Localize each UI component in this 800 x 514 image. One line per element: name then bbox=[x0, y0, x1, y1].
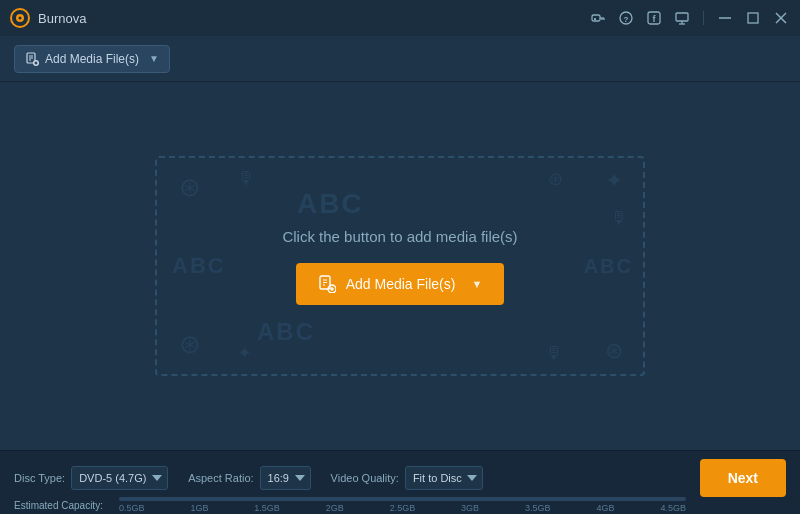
wm-text-abc-1: ABC bbox=[297, 188, 364, 220]
close-button[interactable] bbox=[772, 9, 790, 27]
tick-6: 3.5GB bbox=[525, 503, 551, 513]
monitor-icon[interactable] bbox=[673, 9, 691, 27]
add-media-toolbar-button[interactable]: Add Media File(s) ▼ bbox=[14, 45, 170, 73]
add-media-toolbar-label: Add Media File(s) bbox=[45, 52, 139, 66]
svg-text:f: f bbox=[653, 14, 657, 24]
wm-text-abc-3: ABC bbox=[172, 253, 226, 279]
title-sep bbox=[703, 11, 704, 25]
svg-point-2 bbox=[19, 17, 22, 20]
svg-rect-3 bbox=[592, 15, 600, 21]
aspect-ratio-label: Aspect Ratio: bbox=[188, 472, 253, 484]
wm-film-icon-1: ⊛ bbox=[179, 172, 201, 203]
bottom-controls: Disc Type: DVD-5 (4.7G) DVD-9 (8.5G) BD-… bbox=[14, 451, 786, 497]
wm-text-abc-2: ABC bbox=[257, 318, 315, 346]
next-button[interactable]: Next bbox=[700, 459, 786, 497]
tick-3: 2GB bbox=[326, 503, 344, 513]
tick-0: 0.5GB bbox=[119, 503, 145, 513]
add-media-center-label: Add Media File(s) bbox=[346, 276, 456, 292]
add-media-center-arrow: ▼ bbox=[471, 278, 482, 290]
app-logo-icon bbox=[10, 8, 30, 28]
app-title: Burnova bbox=[38, 11, 86, 26]
add-media-center-icon bbox=[318, 275, 336, 293]
capacity-row: Estimated Capacity: 0.5GB 1GB 1.5GB 2GB … bbox=[14, 497, 786, 514]
main-content: ⊛ 🎙 ABC ⊛ ✦ 🎙 ABC ABC ⊛ ✦ ABC 🎙 ⊛ Click … bbox=[0, 82, 800, 450]
facebook-icon[interactable]: f bbox=[645, 9, 663, 27]
svg-rect-12 bbox=[676, 13, 688, 21]
svg-rect-4 bbox=[594, 18, 596, 20]
wm-spark-icon-2: ✦ bbox=[237, 342, 252, 364]
video-quality-group: Video Quality: Fit to Disc High Medium L… bbox=[331, 466, 483, 490]
capacity-bar bbox=[119, 497, 686, 501]
add-media-toolbar-arrow: ▼ bbox=[149, 53, 159, 64]
minimize-button[interactable] bbox=[716, 9, 734, 27]
wm-spark-icon-1: ✦ bbox=[605, 168, 623, 194]
drop-zone[interactable]: ⊛ 🎙 ABC ⊛ ✦ 🎙 ABC ABC ⊛ ✦ ABC 🎙 ⊛ Click … bbox=[155, 156, 645, 376]
video-quality-label: Video Quality: bbox=[331, 472, 399, 484]
capacity-bar-area: 0.5GB 1GB 1.5GB 2GB 2.5GB 3GB 3.5GB 4GB … bbox=[119, 497, 686, 513]
aspect-ratio-group: Aspect Ratio: 16:9 4:3 bbox=[188, 466, 310, 490]
tick-5: 3GB bbox=[461, 503, 479, 513]
svg-text:?: ? bbox=[624, 15, 629, 24]
video-quality-select[interactable]: Fit to Disc High Medium Low bbox=[405, 466, 483, 490]
key-icon[interactable] bbox=[589, 9, 607, 27]
wm-text-abc-4: ABC bbox=[584, 255, 633, 278]
wm-film-icon-4: ⊛ bbox=[605, 338, 623, 364]
tick-4: 2.5GB bbox=[390, 503, 416, 513]
disc-type-group: Disc Type: DVD-5 (4.7G) DVD-9 (8.5G) BD-… bbox=[14, 466, 168, 490]
maximize-button[interactable] bbox=[744, 9, 762, 27]
wm-mic-icon-1: 🎙 bbox=[237, 168, 255, 189]
tick-8: 4.5GB bbox=[660, 503, 686, 513]
add-media-center-button[interactable]: Add Media File(s) ▼ bbox=[296, 263, 505, 305]
svg-rect-16 bbox=[748, 13, 758, 23]
tick-2: 1.5GB bbox=[254, 503, 280, 513]
wm-film-icon-3: ⊛ bbox=[179, 329, 201, 360]
bottom-bar: Disc Type: DVD-5 (4.7G) DVD-9 (8.5G) BD-… bbox=[0, 450, 800, 514]
wm-mic-icon-3: 🎙 bbox=[545, 343, 563, 364]
title-bar-controls: ? f bbox=[589, 9, 790, 27]
capacity-ticks: 0.5GB 1GB 1.5GB 2GB 2.5GB 3GB 3.5GB 4GB … bbox=[119, 503, 686, 513]
wm-film-icon-2: ⊛ bbox=[548, 168, 563, 190]
tick-7: 4GB bbox=[596, 503, 614, 513]
wm-mic-icon-2: 🎙 bbox=[610, 208, 628, 229]
drop-zone-text: Click the button to add media file(s) bbox=[282, 228, 517, 245]
title-bar-left: Burnova bbox=[10, 8, 86, 28]
add-file-icon bbox=[25, 52, 39, 66]
title-bar: Burnova ? f bbox=[0, 0, 800, 36]
tick-1: 1GB bbox=[190, 503, 208, 513]
capacity-label: Estimated Capacity: bbox=[14, 500, 119, 511]
toolbar: Add Media File(s) ▼ bbox=[0, 36, 800, 82]
help-icon[interactable]: ? bbox=[617, 9, 635, 27]
disc-type-select[interactable]: DVD-5 (4.7G) DVD-9 (8.5G) BD-25 (25G) BD… bbox=[71, 466, 168, 490]
disc-type-label: Disc Type: bbox=[14, 472, 65, 484]
aspect-ratio-select[interactable]: 16:9 4:3 bbox=[260, 466, 311, 490]
